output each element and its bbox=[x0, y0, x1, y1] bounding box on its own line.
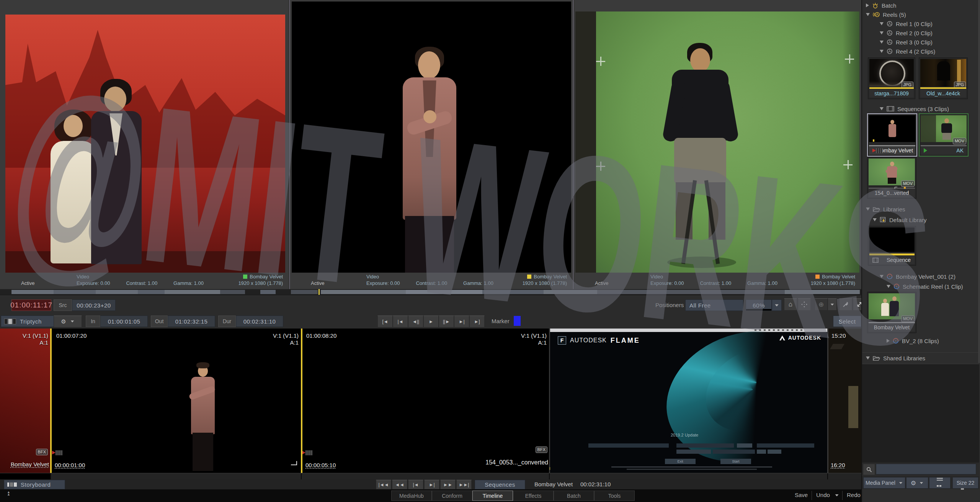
clip-thumbnail-bombay-velvet[interactable]: Bombay Velvet bbox=[867, 113, 917, 157]
go-to-in-button[interactable]: [◄ bbox=[377, 316, 393, 327]
clip-thumbnail-oldwarehouse[interactable]: JPG Old_w...4e4ck bbox=[919, 57, 968, 99]
chevron-down-icon[interactable] bbox=[880, 22, 884, 25]
chevron-right-icon[interactable] bbox=[887, 339, 890, 343]
tree-item-schematic-reel[interactable]: Schematic Reel (1 Clip) bbox=[862, 282, 980, 291]
thumbnail-size-field[interactable]: Size 22 bbox=[952, 477, 978, 489]
src-label[interactable]: Src bbox=[54, 299, 72, 311]
tree-item-reel4[interactable]: Reel 4 (2 Clips) bbox=[862, 47, 980, 56]
step-back-button[interactable]: ◄|| bbox=[408, 316, 423, 327]
undo-dropdown-icon[interactable] bbox=[835, 494, 839, 496]
marker-colour-swatch[interactable] bbox=[514, 316, 521, 326]
timeline-clip-2[interactable]: 01:00:07:20 V:1 (V1.1) A:1 00:00:01:00 bbox=[52, 329, 301, 473]
chevron-down-icon[interactable] bbox=[866, 208, 870, 211]
tab-mediahub[interactable]: MediaHub bbox=[391, 491, 432, 501]
timeline-clip-bombay-velvet[interactable]: V:1 (V1.1) A:1 BFX Bombay Velvet bbox=[0, 329, 50, 473]
search-button[interactable] bbox=[863, 464, 875, 475]
tree-item-libraries[interactable]: Libraries bbox=[862, 204, 980, 214]
chevron-right-icon[interactable] bbox=[866, 3, 869, 7]
dur-timecode-field[interactable]: 00:02:31:10 bbox=[236, 316, 283, 327]
tree-item-bv2[interactable]: BV_2 (8 Clips) bbox=[862, 336, 980, 345]
viewport-center[interactable]: Active Video Exposure: 0.00Contrast: 1.0… bbox=[290, 0, 573, 289]
size-slider-notch[interactable] bbox=[961, 488, 964, 490]
storyboard-view-button[interactable]: Storyboard bbox=[4, 480, 65, 489]
timeline-overview-strip[interactable] bbox=[0, 473, 861, 480]
panel-mode-dropdown[interactable]: Media Panel bbox=[863, 477, 905, 489]
scrub-playhead[interactable] bbox=[318, 289, 320, 295]
current-timecode-field[interactable]: 01:00:11:17 bbox=[11, 299, 51, 311]
tree-item-reels[interactable]: Reels (5) bbox=[862, 10, 980, 19]
clip-thumbnail-sequence[interactable]: Sequence bbox=[868, 226, 916, 266]
tree-item-sequences[interactable]: Sequences (3 Clips) bbox=[862, 104, 980, 113]
save-button[interactable]: Save bbox=[795, 492, 808, 498]
timeline-clip-154-converted[interactable]: 01:00:08:20 V:1 (V1.1) A:1 00:00:05:10 B… bbox=[302, 329, 549, 473]
in-label-button[interactable]: In bbox=[86, 316, 100, 327]
sequence-scrub-bar[interactable] bbox=[0, 289, 861, 295]
tree-item-reel2[interactable]: Reel 2 (0 Clip) bbox=[862, 28, 980, 38]
view-mode-button[interactable]: Triptych bbox=[1, 316, 56, 327]
tree-item-batch[interactable]: Batch bbox=[862, 1, 980, 10]
search-input[interactable] bbox=[876, 464, 976, 474]
previous-frame-button[interactable]: |◄ bbox=[408, 480, 423, 489]
tree-item-reel3[interactable]: Reel 3 (0 Clip) bbox=[862, 38, 980, 47]
chevron-down-icon[interactable] bbox=[887, 285, 890, 288]
step-forward-button[interactable]: ||► bbox=[439, 316, 454, 327]
timeline-clip-tail[interactable]: 15:20 16:20 bbox=[828, 329, 861, 473]
tree-item-reel1[interactable]: Reel 1 (0 Clip) bbox=[862, 19, 980, 28]
undo-button[interactable]: Undo bbox=[816, 492, 830, 498]
tab-batch[interactable]: Batch bbox=[554, 491, 594, 501]
media-panel-scrollbar[interactable] bbox=[978, 0, 980, 363]
tab-conform[interactable]: Conform bbox=[432, 491, 472, 501]
tree-item-default-library[interactable]: Default Library bbox=[862, 215, 980, 224]
rewind-button[interactable]: ◄◄ bbox=[392, 480, 407, 489]
tab-timeline[interactable]: Timeline bbox=[472, 491, 513, 501]
chevron-down-icon[interactable] bbox=[880, 41, 884, 44]
viewport-settings-button[interactable]: ⚙ bbox=[54, 316, 82, 327]
viewport-left[interactable]: Active Video Exposure: 0.00Contrast: 1.0… bbox=[0, 0, 290, 289]
panel-settings-button[interactable]: ⚙ bbox=[906, 477, 928, 489]
next-cut-button[interactable]: ►| bbox=[454, 316, 469, 327]
viewport-right[interactable]: Active Video Exposure: 0.00Contrast: 1.0… bbox=[574, 0, 861, 289]
timeline-clip-flame-splash[interactable]: F AUTODESK FLAME AUTODESK 2019.2 Update bbox=[550, 329, 827, 473]
play-button[interactable]: ► bbox=[423, 316, 439, 327]
tree-item-bombay-velvet-group[interactable]: Bombay Velvet_001 (2) bbox=[862, 272, 980, 281]
chevron-down-icon[interactable] bbox=[880, 50, 884, 53]
target-tool-button[interactable]: ⊕ bbox=[815, 298, 828, 311]
next-frame-button[interactable]: ►| bbox=[424, 480, 439, 489]
chevron-down-icon[interactable] bbox=[880, 275, 884, 278]
chevron-down-icon[interactable] bbox=[880, 31, 884, 34]
pan-view-button[interactable] bbox=[798, 298, 811, 311]
chevron-down-icon[interactable] bbox=[866, 13, 870, 16]
clip-thumbnail-schematic-bombay[interactable]: MOV Bombay Velvet bbox=[867, 292, 916, 333]
dur-label-button[interactable]: Dur bbox=[218, 316, 236, 327]
tree-item-shared-libraries[interactable]: Shared Libraries bbox=[862, 352, 980, 363]
viewport-right-video[interactable] bbox=[575, 11, 859, 273]
chevron-down-icon[interactable] bbox=[866, 356, 870, 360]
src-timecode-field[interactable]: 00:00:23+20 bbox=[72, 299, 116, 311]
viewport-left-video[interactable] bbox=[5, 15, 285, 273]
sequences-dropdown[interactable]: Sequences bbox=[475, 480, 525, 489]
tab-effects[interactable]: Effects bbox=[513, 491, 554, 501]
positioners-mode-dropdown[interactable]: All Free bbox=[685, 299, 743, 311]
go-last-button[interactable]: ►►| bbox=[456, 480, 472, 489]
in-timecode-field[interactable]: 01:00:01:05 bbox=[100, 316, 148, 327]
home-view-button[interactable]: ⌂ bbox=[784, 298, 797, 311]
fast-forward-button[interactable]: ►► bbox=[440, 480, 456, 489]
go-first-button[interactable]: |◄◄ bbox=[376, 480, 391, 489]
clip-thumbnail-ak[interactable]: MOV AK bbox=[919, 113, 969, 157]
collapse-panel-icon[interactable]: ▲▲ bbox=[7, 491, 10, 495]
select-button[interactable]: Select bbox=[833, 316, 861, 327]
clip-thumbnail-stargate[interactable]: JPG starga...71809 bbox=[868, 57, 915, 99]
viewport-center-video[interactable] bbox=[292, 2, 571, 273]
zoom-level-field[interactable]: 60% bbox=[746, 299, 772, 311]
tab-tools[interactable]: Tools bbox=[594, 491, 635, 501]
out-label-button[interactable]: Out bbox=[151, 316, 168, 327]
redo-button[interactable]: Redo bbox=[847, 492, 861, 498]
panel-view-mode-button[interactable] bbox=[929, 477, 951, 489]
previous-cut-button[interactable]: |◄ bbox=[393, 316, 408, 327]
target-dropdown-button[interactable] bbox=[828, 298, 837, 311]
zoom-dropdown-button[interactable] bbox=[772, 299, 782, 311]
colour-picker-button[interactable] bbox=[839, 298, 852, 311]
clip-thumbnail-154-converted[interactable]: MOV 154_0...verted bbox=[867, 157, 916, 199]
go-to-out-button[interactable]: ►] bbox=[469, 316, 485, 327]
chevron-down-icon[interactable] bbox=[880, 107, 884, 110]
